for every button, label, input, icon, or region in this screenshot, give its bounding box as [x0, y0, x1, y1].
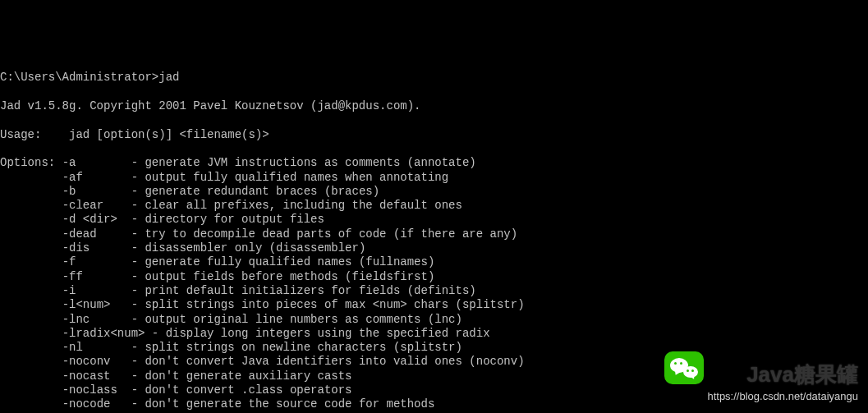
option-row: -nocast - don't generate auxiliary casts: [0, 369, 868, 383]
option-row: -ff - output fields before methods (fiel…: [0, 270, 868, 284]
option-flag: -clear: [62, 199, 125, 212]
option-flag: -dead: [62, 227, 125, 241]
option-desc: - directory for output files: [131, 213, 324, 226]
option-flag: -lradix<num>: [62, 327, 145, 340]
option-row: -d <dir> - directory for output files: [0, 213, 868, 227]
option-desc: - don't generate auxiliary casts: [131, 369, 352, 383]
option-row: -lnc - output original line numbers as c…: [0, 313, 868, 327]
option-row: -f - generate fully qualified names (ful…: [0, 255, 868, 269]
option-flag: -nocast: [62, 369, 125, 383]
option-flag: -nocode: [62, 397, 125, 411]
wechat-icon: [664, 351, 704, 384]
option-desc: - don't generate the source code for met…: [131, 397, 435, 411]
option-flag: -a: [62, 156, 125, 169]
option-desc: - try to decompile dead parts of code (i…: [131, 227, 517, 241]
option-desc: - generate JVM instructions as comments …: [131, 156, 476, 169]
prompt-line: C:\Users\Administrator>jad: [0, 71, 868, 85]
option-desc: - split strings on newline characters (s…: [131, 341, 462, 354]
option-flag: -noclass: [62, 383, 125, 397]
option-flag: -b: [62, 185, 125, 198]
option-row: -af - output fully qualified names when …: [0, 171, 868, 185]
option-row: -noconv - don't convert Java identifiers…: [0, 355, 868, 369]
watermark-brand: Java糖果罐: [746, 368, 858, 382]
option-desc: - output fully qualified names when anno…: [131, 171, 448, 184]
option-desc: - output original line numbers as commen…: [131, 313, 462, 326]
option-flag: -i: [62, 284, 125, 297]
option-row: -l<num> - split strings into pieces of m…: [0, 298, 868, 312]
option-flag: -f: [62, 255, 125, 268]
option-row: Options: -a - generate JVM instructions …: [0, 156, 868, 170]
option-flag: -dis: [62, 241, 125, 255]
option-desc: - generate redundant braces (braces): [131, 185, 379, 198]
option-desc: - don't convert .class operators: [131, 383, 352, 397]
option-row: -dead - try to decompile dead parts of c…: [0, 227, 868, 241]
terminal-output: C:\Users\Administrator>jad Jad v1.5.8g. …: [0, 57, 868, 413]
option-flag: -lnc: [62, 313, 125, 326]
option-desc: - clear all prefixes, including the defa…: [131, 199, 462, 212]
option-row: -i - print default initializers for fiel…: [0, 284, 868, 298]
option-desc: - don't convert Java identifiers into va…: [131, 355, 525, 368]
option-desc: - print default initializers for fields …: [131, 284, 476, 297]
option-desc: - split strings into pieces of max <num>…: [131, 298, 525, 311]
option-row: -nl - split strings on newline character…: [0, 341, 868, 355]
option-flag: -af: [62, 171, 125, 184]
option-flag: -noconv: [62, 355, 125, 368]
option-desc: - output fields before methods (fieldsfi…: [131, 270, 435, 283]
option-flag: -l<num>: [62, 298, 125, 311]
option-row: -clear - clear all prefixes, including t…: [0, 199, 868, 213]
option-flag: -nl: [62, 341, 125, 354]
option-row: -dis - disassembler only (disassembler): [0, 241, 868, 255]
option-row: -lradix<num> - display long integers usi…: [0, 327, 868, 341]
option-desc: - disassembler only (disassembler): [131, 241, 366, 255]
option-row: -b - generate redundant braces (braces): [0, 185, 868, 199]
jad-header: Jad v1.5.8g. Copyright 2001 Pavel Kouzne…: [0, 99, 868, 113]
option-flag: -d <dir>: [62, 213, 125, 226]
option-flag: -ff: [62, 270, 125, 283]
option-desc: - generate fully qualified names (fullna…: [131, 255, 435, 268]
options-list: Options: -a - generate JVM instructions …: [0, 156, 868, 413]
watermark-url: https://blog.csdn.net/dataiyangu: [707, 389, 858, 403]
jad-usage: Usage: jad [option(s)] <filename(s)>: [0, 128, 868, 142]
option-desc: - display long integers using the specif…: [152, 327, 490, 340]
